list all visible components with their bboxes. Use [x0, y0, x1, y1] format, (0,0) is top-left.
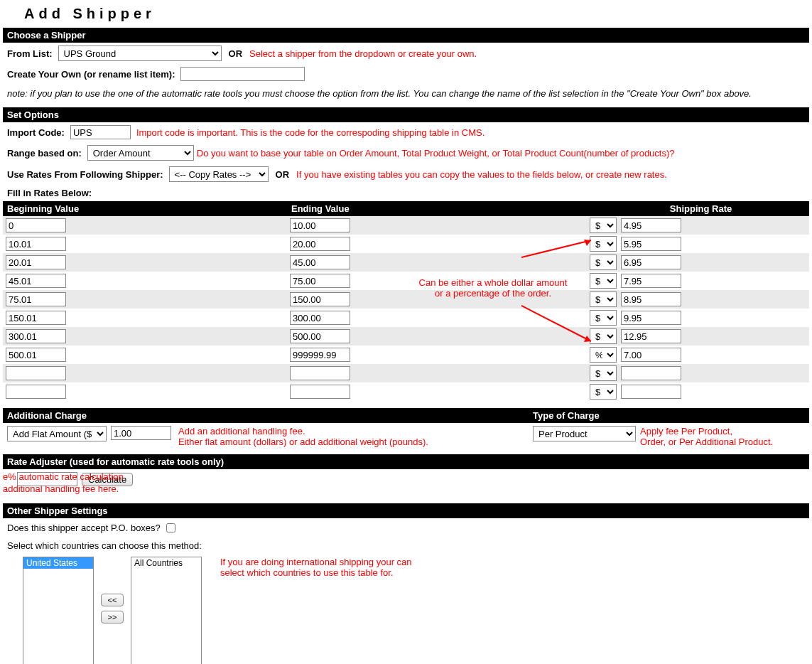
rate-row: $%: [3, 364, 809, 382]
annot-use-rates: If you have existing tables you can copy…: [296, 169, 667, 180]
end-value-input[interactable]: [290, 348, 350, 362]
create-own-label: Create Your Own (or rename list item):: [7, 69, 175, 80]
use-rates-select[interactable]: <-- Copy Rates -->: [169, 166, 269, 182]
rate-unit-select[interactable]: $%: [590, 310, 617, 326]
rate-unit-select[interactable]: $%: [590, 384, 617, 400]
annot-addl: Add an additional handling fee. Either f…: [178, 426, 428, 447]
rate-value-input[interactable]: [621, 218, 681, 232]
section-choose-shipper: Choose a Shipper: [3, 28, 809, 43]
rate-row: $%: [3, 235, 809, 253]
rate-unit-select[interactable]: $%: [590, 347, 617, 363]
countries-label: Select which countries can choose this m…: [7, 540, 202, 551]
section-set-options: Set Options: [3, 107, 809, 122]
rate-unit-select[interactable]: $%: [590, 255, 617, 270]
addl-type-select[interactable]: Add Flat Amount ($): [7, 426, 107, 441]
addl-charge-head: Additional Charge: [3, 408, 529, 423]
rate-unit-select[interactable]: $%: [590, 328, 617, 344]
end-value-input[interactable]: [290, 385, 350, 399]
rate-row: $%: [3, 253, 809, 272]
rate-value-input[interactable]: [621, 292, 681, 306]
end-value-input[interactable]: [290, 366, 350, 380]
rate-unit-select[interactable]: $%: [590, 273, 617, 289]
rate-row: $%: [3, 216, 809, 235]
additional-charge-header: Additional Charge Type of Charge: [3, 408, 809, 423]
range-label: Range based on:: [7, 148, 82, 159]
begin-value-input[interactable]: [6, 237, 66, 251]
list-item[interactable]: All Countries: [131, 557, 201, 569]
annot-import: Import code is important. This is the co…: [136, 127, 485, 138]
end-value-input[interactable]: [290, 237, 350, 251]
or-text-2: OR: [276, 169, 290, 180]
col-begin-header: Beginning Value: [3, 201, 287, 216]
rate-value-input[interactable]: [621, 385, 681, 399]
rate-row: $%: [3, 346, 809, 364]
range-select[interactable]: Order Amount: [87, 145, 194, 161]
move-right-button[interactable]: >>: [101, 611, 124, 623]
type-charge-select[interactable]: Per Product: [533, 426, 636, 441]
addl-amount-input[interactable]: [111, 426, 171, 440]
rate-row: $%: [3, 327, 809, 346]
adjuster-overlay-annot: e% automatic rate calculation additional…: [3, 471, 124, 495]
end-value-input[interactable]: [290, 329, 350, 343]
end-value-input[interactable]: [290, 274, 350, 288]
page-title: Add Shipper: [24, 6, 809, 22]
create-own-input[interactable]: [180, 67, 305, 81]
rate-value-input[interactable]: [621, 237, 681, 251]
rate-row: $%: [3, 382, 809, 401]
rate-row: $%: [3, 290, 809, 309]
selected-countries-list[interactable]: United States: [23, 557, 94, 664]
move-left-button[interactable]: <<: [101, 594, 124, 606]
rate-value-input[interactable]: [621, 366, 681, 380]
rate-value-input[interactable]: [621, 274, 681, 288]
rate-unit-select[interactable]: $%: [590, 218, 617, 233]
from-list-select[interactable]: UPS Ground: [58, 45, 222, 61]
col-rate-header: Shipping Rate: [592, 201, 809, 216]
rate-value-input[interactable]: [621, 255, 681, 269]
begin-value-input[interactable]: [6, 348, 66, 362]
rates-container: Can be either a whole dollar amount or a…: [3, 216, 809, 401]
begin-value-input[interactable]: [6, 218, 66, 232]
end-value-input[interactable]: [290, 255, 350, 269]
note-auto: note: if you plan to use the one of the …: [3, 84, 809, 103]
fill-rates-label: Fill in Rates Below:: [7, 188, 92, 198]
begin-value-input[interactable]: [6, 311, 66, 325]
rate-value-input[interactable]: [621, 348, 681, 362]
rate-value-input[interactable]: [621, 311, 681, 325]
rate-value-input[interactable]: [621, 329, 681, 343]
pobox-label: Does this shipper accept P.O. boxes?: [7, 523, 161, 533]
section-rate-adjuster: Rate Adjuster (used for automatic rate t…: [3, 454, 809, 469]
type-charge-head: Type of Charge: [529, 408, 809, 423]
or-text-1: OR: [229, 48, 243, 59]
annot-type-charge: Apply fee Per Product, Order, or Per Add…: [640, 426, 773, 447]
use-rates-label: Use Rates From Following Shipper:: [7, 169, 163, 180]
begin-value-input[interactable]: [6, 385, 66, 399]
col-end-header: Ending Value: [287, 201, 592, 216]
available-countries-list[interactable]: All Countries: [131, 557, 202, 664]
begin-value-input[interactable]: [6, 292, 66, 306]
import-code-input[interactable]: [70, 125, 131, 139]
annot-countries: If you are doing international shipping …: [220, 557, 412, 578]
rate-unit-select[interactable]: $%: [590, 291, 617, 307]
begin-value-input[interactable]: [6, 255, 66, 269]
from-list-label: From List:: [7, 48, 53, 59]
begin-value-input[interactable]: [6, 329, 66, 343]
end-value-input[interactable]: [290, 311, 350, 325]
end-value-input[interactable]: [290, 218, 350, 232]
rate-row: $%: [3, 309, 809, 327]
list-item[interactable]: United States: [23, 557, 93, 569]
section-other-settings: Other Shipper Settings: [3, 503, 809, 518]
pobox-checkbox[interactable]: [166, 523, 175, 532]
rate-unit-select[interactable]: $%: [590, 236, 617, 252]
rate-unit-select[interactable]: $%: [590, 365, 617, 381]
begin-value-input[interactable]: [6, 366, 66, 380]
end-value-input[interactable]: [290, 292, 350, 306]
rate-row: $%: [3, 272, 809, 290]
begin-value-input[interactable]: [6, 274, 66, 288]
import-code-label: Import Code:: [7, 127, 65, 138]
annot-range: Do you want to base your table on Order …: [197, 148, 675, 159]
rates-header: Beginning Value Ending Value Shipping Ra…: [3, 201, 809, 216]
annot-shipper: Select a shipper from the dropdown or cr…: [249, 48, 477, 59]
